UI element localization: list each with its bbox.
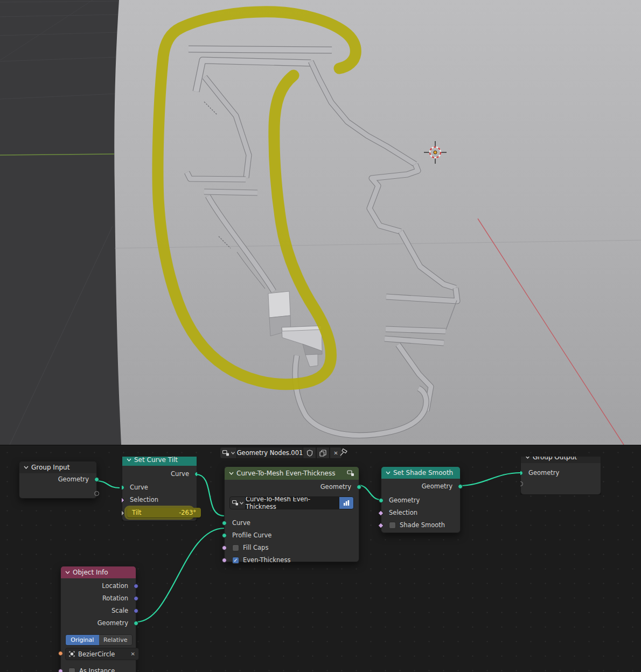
node-group-name-field[interactable]: Curve-To-Mesh Even-Thickness bbox=[246, 496, 339, 509]
input-row-even-thickness: ✓ Even-Thickness bbox=[225, 554, 359, 566]
output-row-geometry: Geometry bbox=[225, 481, 359, 493]
as-instance-input-socket[interactable] bbox=[58, 669, 63, 672]
node-title: Curve-To-Mesh Even-Thickness bbox=[236, 467, 344, 480]
selection-input-socket[interactable] bbox=[119, 497, 124, 503]
input-row-geometry: Geometry bbox=[381, 494, 460, 507]
curve-input-socket[interactable] bbox=[120, 485, 124, 490]
virtual-input-socket[interactable] bbox=[518, 481, 523, 486]
link-curvetomesh-shadesmooth bbox=[358, 485, 381, 500]
3d-viewport[interactable]: .wd{stroke:#808084;stroke-width:11;fill:… bbox=[0, 0, 641, 445]
duplicate-button[interactable] bbox=[316, 447, 330, 459]
tree-name-field[interactable]: Geometry Nodes.001 bbox=[237, 447, 303, 459]
chevron-down-icon[interactable] bbox=[65, 571, 70, 574]
rotation-output-socket[interactable] bbox=[134, 596, 138, 601]
chevron-down-icon[interactable] bbox=[24, 466, 29, 469]
input-row-selection: Selection bbox=[122, 494, 197, 506]
tilt-slider[interactable]: Tilt -263° bbox=[127, 508, 201, 517]
profile-curve-input-socket[interactable] bbox=[222, 533, 227, 538]
shade-smooth-input-socket[interactable] bbox=[378, 522, 384, 528]
geometry-input-socket[interactable] bbox=[518, 471, 523, 475]
curve-output-socket[interactable] bbox=[194, 472, 199, 477]
shield-icon bbox=[306, 450, 313, 457]
viewport-canvas: .wd{stroke:#808084;stroke-width:11;fill:… bbox=[0, 0, 641, 445]
tilt-input-socket[interactable] bbox=[119, 510, 124, 516]
curve-input-socket[interactable] bbox=[222, 521, 227, 526]
tilt-value: -263° bbox=[179, 509, 196, 516]
node-group-datablock: Curve-To-Mesh Even-Thickness bbox=[229, 496, 354, 509]
node-curve-to-mesh[interactable]: Curve-To-Mesh Even-Thickness Geometry Cu… bbox=[224, 466, 359, 562]
chevron-down-icon[interactable] bbox=[127, 458, 131, 461]
chevron-down-icon bbox=[240, 502, 243, 505]
link-groupinput-tilt bbox=[96, 481, 120, 488]
as-instance-checkbox[interactable]: ✓ bbox=[68, 668, 75, 672]
output-row-rotation: Rotation bbox=[61, 592, 136, 605]
fill-caps-checkbox[interactable]: ✓ bbox=[232, 544, 239, 551]
browse-tree-button[interactable] bbox=[220, 447, 237, 459]
geometry-output-socket[interactable] bbox=[357, 485, 361, 489]
input-row-selection: Selection bbox=[381, 507, 460, 519]
chevron-down-icon[interactable] bbox=[229, 472, 234, 475]
node-tree-icon bbox=[347, 470, 354, 477]
input-row-curve: Curve bbox=[225, 517, 359, 529]
object-field[interactable]: BezierCircle ✕ bbox=[65, 648, 139, 660]
output-row-geometry: Geometry bbox=[381, 480, 460, 493]
relative-option[interactable]: Relative bbox=[99, 635, 133, 645]
geometry-input-socket[interactable] bbox=[379, 498, 384, 503]
shade-smooth-checkbox[interactable]: ✓ bbox=[389, 522, 396, 529]
chevron-down-icon[interactable] bbox=[386, 471, 391, 474]
input-row-fill-caps: ✓ Fill Caps bbox=[225, 542, 359, 554]
pin-icon[interactable] bbox=[339, 448, 349, 457]
chevron-down-icon bbox=[231, 452, 235, 454]
output-row-curve: Curve bbox=[122, 468, 197, 480]
geometry-output-socket[interactable] bbox=[94, 477, 99, 482]
input-row-shade-smooth: ✓ Shade Smooth bbox=[381, 519, 460, 531]
browse-node-group-button[interactable] bbox=[229, 496, 246, 509]
input-row-geometry: Geometry bbox=[521, 467, 601, 479]
output-row-geometry: Geometry bbox=[61, 617, 136, 629]
node-title: Set Shade Smooth bbox=[393, 467, 453, 479]
output-row-geometry: Geometry bbox=[19, 473, 96, 486]
geometry-node-editor[interactable]: Group Input Geometry Set Curve Tilt Curv… bbox=[0, 445, 641, 672]
virtual-output-socket[interactable] bbox=[94, 491, 99, 496]
output-row-scale: Scale bbox=[61, 605, 136, 617]
location-output-socket[interactable] bbox=[134, 584, 138, 589]
link-objectinfo-profile bbox=[136, 528, 224, 622]
geometry-output-socket[interactable] bbox=[134, 621, 138, 626]
users-count-button[interactable] bbox=[339, 496, 354, 509]
node-set-shade-smooth[interactable]: Set Shade Smooth Geometry Geometry Selec… bbox=[381, 466, 461, 533]
node-group-output[interactable]: Group Output Geometry bbox=[520, 451, 601, 495]
even-thickness-checkbox[interactable]: ✓ bbox=[232, 557, 239, 564]
scale-output-socket[interactable] bbox=[134, 608, 138, 613]
node-tree-icon bbox=[232, 500, 239, 506]
transform-space-toggle: Original Relative bbox=[65, 634, 133, 646]
object-data-icon bbox=[69, 651, 75, 657]
copy-icon bbox=[319, 450, 326, 457]
node-group-input[interactable]: Group Input Geometry bbox=[19, 461, 97, 499]
clear-object-icon[interactable]: ✕ bbox=[131, 651, 135, 657]
input-row-as-instance: ✓ As Instance bbox=[61, 665, 136, 672]
even-thickness-input-socket[interactable] bbox=[222, 558, 227, 563]
bars-icon bbox=[343, 500, 350, 506]
object-input-socket[interactable] bbox=[58, 651, 63, 656]
fill-caps-input-socket[interactable] bbox=[222, 545, 227, 550]
object-name: BezierCircle bbox=[78, 650, 115, 658]
input-row-profile-curve: Profile Curve bbox=[225, 529, 359, 542]
original-option[interactable]: Original bbox=[66, 635, 99, 645]
node-object-info[interactable]: Object Info Location Rotation Scale Geom… bbox=[60, 566, 136, 672]
selection-input-socket[interactable] bbox=[378, 510, 384, 516]
output-row-location: Location bbox=[61, 580, 136, 592]
blender-window: .wd{stroke:#808084;stroke-width:11;fill:… bbox=[0, 0, 641, 672]
node-tree-selector: Geometry Nodes.001 ✕ bbox=[220, 447, 342, 459]
input-row-curve: Curve bbox=[122, 481, 197, 494]
link-shadesmooth-output bbox=[459, 473, 520, 486]
node-title: Object Info bbox=[73, 566, 108, 578]
node-title: Group Input bbox=[31, 461, 69, 473]
protect-button[interactable] bbox=[303, 447, 316, 459]
geometry-output-socket[interactable] bbox=[458, 484, 463, 489]
node-tree-icon bbox=[222, 450, 229, 456]
